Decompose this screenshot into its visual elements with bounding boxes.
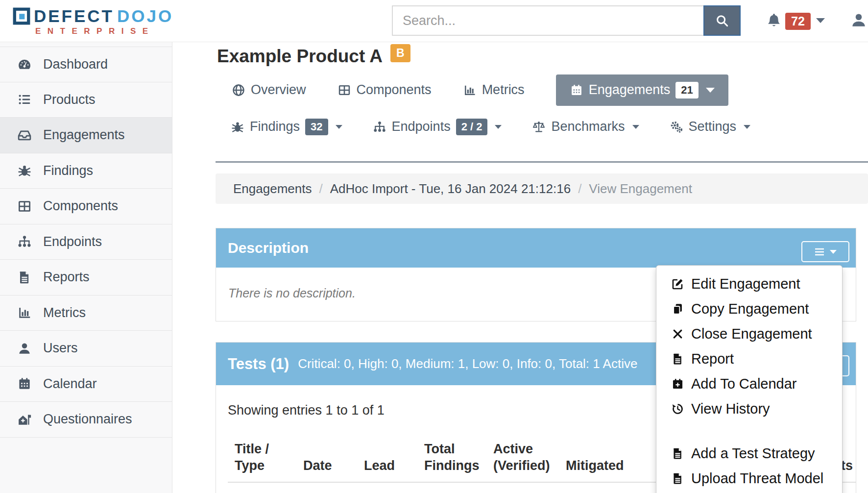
menu-item-upload-threat-model[interactable]: Upload Threat Model — [656, 466, 842, 491]
tab-label: Engagements — [589, 82, 671, 98]
chevron-down-icon — [632, 125, 639, 129]
menu-item-label: Add To Calendar — [691, 376, 797, 392]
findings-count-badge: 32 — [305, 119, 328, 135]
tab-engagements[interactable]: Engagements 21 — [556, 74, 728, 106]
breadcrumb-engagements[interactable]: Engagements — [233, 181, 312, 197]
calendar-icon — [17, 376, 32, 391]
tab-label: Overview — [251, 82, 306, 98]
bug-icon — [231, 120, 244, 134]
sidebar-item-label: Users — [43, 341, 78, 356]
sidebar-item-label: Metrics — [43, 305, 86, 320]
file-lines-icon — [671, 472, 684, 485]
menu-item-report[interactable]: Report — [656, 346, 842, 371]
tests-severity-summary: Critical: 0, High: 0, Medium: 1, Low: 0,… — [298, 356, 637, 371]
sidebar-item-label: Components — [43, 198, 118, 214]
app-logo[interactable]: DEFECT DOJO ENTERPRISE — [12, 6, 173, 36]
sidebar-item-endpoints[interactable]: Endpoints — [0, 224, 172, 260]
table-icon — [338, 83, 351, 97]
notifications-bell-icon[interactable] — [766, 11, 782, 29]
globe-icon — [232, 83, 245, 97]
menu-item-add-to-calendar[interactable]: Add To Calendar — [656, 371, 842, 396]
hamburger-icon — [814, 247, 825, 256]
engagements-count-badge: 21 — [675, 82, 698, 99]
list-icon — [17, 92, 32, 107]
calendar-plus-icon — [671, 377, 684, 391]
menu-item-edit-engagement[interactable]: Edit Engagement — [656, 271, 842, 296]
column-header-partial[interactable]: ts — [841, 457, 853, 474]
history-clock-icon — [671, 402, 684, 416]
search-input[interactable] — [392, 5, 703, 36]
search-icon — [715, 13, 729, 28]
tab-label: Metrics — [482, 82, 525, 98]
calendar-icon — [570, 83, 583, 97]
search-button[interactable] — [703, 5, 741, 36]
menu-item-close-engagement[interactable]: Close Engagement — [656, 321, 842, 346]
tab-label: Findings — [250, 119, 300, 134]
sidebar-item-calendar[interactable]: Calendar — [0, 367, 172, 402]
page-title: Example Product A — [217, 46, 383, 67]
column-header-mitigated[interactable]: Mitigated — [566, 457, 624, 474]
file-lines-icon — [671, 352, 684, 366]
sidebar-item-engagements[interactable]: Engagements — [0, 118, 172, 153]
chevron-down-icon — [706, 88, 715, 93]
sidebar-item-label: Dashboard — [43, 57, 108, 72]
tab-metrics[interactable]: Metrics — [463, 82, 525, 98]
column-header-title-type[interactable]: Title / Type — [235, 441, 289, 474]
engagement-context-menu: Edit Engagement Copy Engagement Close En… — [656, 265, 843, 493]
breadcrumb-separator: / — [319, 181, 322, 197]
tab-row-primary: Overview Components Metrics — [217, 74, 728, 106]
description-panel-header: Description — [216, 228, 856, 268]
description-menu-button[interactable] — [801, 241, 849, 262]
sidebar-item-reports[interactable]: Reports — [0, 260, 172, 296]
sidebar-item-users[interactable]: Users — [0, 331, 172, 367]
file-lines-icon — [671, 447, 684, 460]
breadcrumb-engagement-name[interactable]: AdHoc Import - Tue, 16 Jan 2024 21:12:16 — [330, 181, 571, 197]
tab-benchmarks[interactable]: Benchmarks — [532, 119, 639, 134]
chevron-down-icon — [495, 125, 502, 129]
notifications-count-badge[interactable]: 72 — [785, 13, 811, 30]
sidebar-item-label: Engagements — [43, 127, 125, 143]
menu-item-label: Close Engagement — [691, 326, 812, 342]
edit-pencil-icon — [671, 277, 684, 291]
chevron-down-icon — [744, 125, 750, 129]
bar-chart-icon — [17, 305, 32, 320]
tab-endpoints[interactable]: Endpoints 2 / 2 — [373, 119, 502, 135]
notifications-caret-icon[interactable] — [816, 18, 825, 23]
logo-text-dojo: DOJO — [117, 6, 173, 26]
sidebar-item-products[interactable]: Products — [0, 82, 172, 118]
bug-icon — [17, 163, 32, 178]
top-header: DEFECT DOJO ENTERPRISE 72 — [0, 0, 868, 42]
menu-item-view-history[interactable]: View History — [656, 396, 842, 421]
menu-item-copy-engagement[interactable]: Copy Engagement — [656, 296, 842, 321]
sidebar-item-components[interactable]: Components — [0, 189, 172, 224]
logo-mark-icon — [12, 7, 31, 25]
tab-overview[interactable]: Overview — [232, 82, 306, 98]
column-header-date[interactable]: Date — [303, 457, 334, 474]
menu-item-add-test-strategy[interactable]: Add a Test Strategy — [656, 441, 842, 466]
gears-icon — [670, 120, 683, 134]
sidebar-item-questionnaires[interactable]: Questionnaires — [0, 402, 172, 438]
chevron-down-icon — [336, 125, 342, 129]
sidebar-item-label: Products — [43, 92, 96, 107]
menu-item-label: Report — [691, 351, 734, 367]
menu-item-label: Copy Engagement — [691, 301, 809, 317]
description-panel-title: Description — [228, 240, 309, 256]
sidebar-item-findings[interactable]: Findings — [0, 153, 172, 189]
breadcrumb: Engagements / AdHoc Import - Tue, 16 Jan… — [216, 173, 868, 204]
sidebar-item-label: Questionnaires — [43, 412, 132, 427]
sidebar-item-metrics[interactable]: Metrics — [0, 296, 172, 331]
house-flag-icon — [17, 412, 32, 427]
sidebar-item-label: Endpoints — [43, 234, 102, 249]
user-menu-icon[interactable] — [850, 10, 868, 30]
tab-findings[interactable]: Findings 32 — [231, 119, 342, 135]
column-header-active-verified[interactable]: Active (Verified) — [493, 441, 552, 474]
tab-settings[interactable]: Settings — [670, 119, 751, 134]
column-header-total-findings[interactable]: Total Findings — [424, 441, 476, 474]
close-x-icon — [671, 327, 684, 341]
sitemap-icon — [17, 234, 32, 249]
sidebar-item-dashboard[interactable]: Dashboard — [0, 47, 172, 82]
endpoints-count-badge: 2 / 2 — [456, 119, 488, 135]
product-grade-badge[interactable]: B — [390, 44, 410, 62]
column-header-lead[interactable]: Lead — [364, 457, 396, 474]
tab-components[interactable]: Components — [338, 82, 432, 98]
